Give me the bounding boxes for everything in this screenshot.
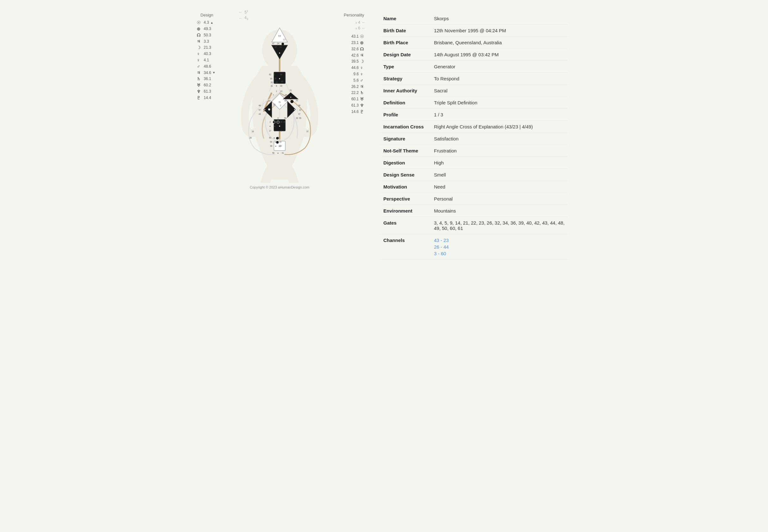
p-venus-icon: ♀ xyxy=(360,65,366,70)
label-environment: Environment xyxy=(381,205,431,217)
design-uranus-value: 60.2 xyxy=(204,83,211,87)
p-jupiter2-value: 26.2 xyxy=(351,84,359,89)
svg-text:16: 16 xyxy=(270,77,272,80)
svg-text:63: 63 xyxy=(283,39,286,41)
personality-planet-neptune: 61.3 ♆ xyxy=(351,103,366,108)
label-definition: Definition xyxy=(381,97,431,109)
design-planet-venus: ♀ 40.3 xyxy=(197,51,211,56)
arrow-right-top: ₂ 4 ← xyxy=(356,20,366,25)
value-birth-date: 12th November 1995 @ 04:24 PM xyxy=(431,25,567,37)
p-saturn-value: 22.2 xyxy=(351,90,359,95)
p-mars-icon: ♂ xyxy=(360,78,366,83)
sun-icon: ☉ xyxy=(197,20,202,25)
value-incarnation-cross: Right Angle Cross of Explanation (43/23 … xyxy=(431,121,567,133)
svg-text:21: 21 xyxy=(289,89,292,91)
svg-text:3: 3 xyxy=(269,121,271,123)
row-birth-place: Birth Place Brisbane, Queensland, Austra… xyxy=(381,37,567,49)
value-definition: Triple Split Definition xyxy=(431,97,567,109)
svg-text:7: 7 xyxy=(273,94,274,96)
neptune-design-icon: ♆ xyxy=(197,89,202,94)
svg-text:53: 53 xyxy=(269,137,271,139)
label-design-date: Design Date xyxy=(381,49,431,61)
p-earth-icon: ⊕ xyxy=(360,40,366,45)
value-signature: Satisfaction xyxy=(431,133,567,145)
svg-text:36: 36 xyxy=(298,104,300,107)
row-birth-date: Birth Date 12th November 1995 @ 04:24 PM xyxy=(381,25,567,37)
svg-text:2: 2 xyxy=(280,104,281,107)
design-earth-value: 49.3 xyxy=(204,27,211,31)
p-pluto-value: 14.6 xyxy=(351,109,359,114)
design-planet-moon: ☽ 21.3 xyxy=(197,45,211,50)
svg-text:●: ● xyxy=(275,141,276,143)
copyright-text: Copyright © 2023 aHumanDesign.com xyxy=(250,185,309,189)
svg-text:37: 37 xyxy=(298,113,300,115)
svg-text:58: 58 xyxy=(272,152,275,154)
personality-planet-venus: 44.6 ♀ xyxy=(351,65,366,70)
svg-point-22 xyxy=(282,43,284,45)
arrow-4-num: 4 xyxy=(358,20,360,25)
channels-list: 43 - 23 26 - 44 3 - 60 xyxy=(434,238,565,256)
svg-text:19: 19 xyxy=(279,141,282,143)
svg-text:47: 47 xyxy=(272,42,275,45)
label-signature: Signature xyxy=(381,133,431,145)
svg-text:10: 10 xyxy=(268,100,271,102)
p-moon-value: 39.5 xyxy=(351,59,359,64)
value-gates: 3, 4, 5, 9, 14, 21, 22, 23, 26, 32, 34, … xyxy=(431,217,567,234)
label-strategy: Strategy xyxy=(381,73,431,85)
label-design-sense: Design Sense xyxy=(381,169,431,181)
svg-text:11: 11 xyxy=(279,46,282,48)
design-jupiter-value: 3.3 xyxy=(204,39,209,44)
design-venus-value: 40.3 xyxy=(204,52,211,56)
row-design-date: Design Date 14th August 1995 @ 03:42 PM xyxy=(381,49,567,61)
triangle-up-icon: ▲ xyxy=(210,21,214,24)
label-channels: Channels xyxy=(381,234,431,260)
node-icon: ☊ xyxy=(197,33,202,38)
design-planet-node: ☊ 50.3 xyxy=(197,33,211,38)
info-panel: Name Skorps Birth Date 12th November 199… xyxy=(375,9,574,263)
row-motivation: Motivation Need xyxy=(381,181,567,193)
row-gates: Gates 3, 4, 5, 9, 14, 21, 22, 23, 26, 32… xyxy=(381,217,567,234)
design-planet-saturn: ♄ 36.1 xyxy=(197,76,211,81)
personality-planet-moon: 39.5 ☽ xyxy=(351,59,366,64)
design-saturn-value: 36.1 xyxy=(204,77,211,81)
arrow-6-num: 6 xyxy=(358,26,360,30)
svg-text:45: 45 xyxy=(281,80,283,83)
design-moon-value: 21.3 xyxy=(204,45,211,50)
arrow-right2-icon: ← xyxy=(362,26,366,30)
personality-label: Personality xyxy=(342,13,366,17)
svg-point-36 xyxy=(275,73,277,76)
design-planet-jupiter2: ♃ 34.6 ▼ xyxy=(197,70,215,75)
design-jupiter2-value: 34.6 xyxy=(204,71,211,75)
value-profile: 1 / 3 xyxy=(431,109,567,121)
svg-text:22: 22 xyxy=(299,109,301,111)
saturn-design-icon: ♄ xyxy=(197,76,202,81)
value-not-self: Frustration xyxy=(431,145,567,157)
row-design-sense: Design Sense Smell xyxy=(381,169,567,181)
design-sun-value: 4.3 xyxy=(204,20,209,25)
label-not-self: Not-Self Theme xyxy=(381,145,431,157)
p-uranus-value: 60.1 xyxy=(351,97,359,101)
p-mars-value: 5.6 xyxy=(353,78,359,83)
svg-text:●: ● xyxy=(290,96,291,98)
p-sun-icon: ☉ xyxy=(360,34,366,39)
p-node-icon: ☊ xyxy=(360,46,366,52)
p-pluto-icon: ♇ xyxy=(360,109,366,114)
svg-text:●: ● xyxy=(279,52,281,54)
p-jupiter-value: 42.6 xyxy=(351,53,359,58)
row-inner-authority: Inner Authority Sacral xyxy=(381,85,567,97)
svg-text:6: 6 xyxy=(277,117,279,119)
label-digestion: Digestion xyxy=(381,157,431,169)
design-planet-earth: ⊕ 49.3 xyxy=(197,26,211,31)
svg-text:30: 30 xyxy=(296,117,298,119)
personality-planet-uranus: 60.1 ♅ xyxy=(351,96,366,102)
svg-text:41: 41 xyxy=(282,152,284,154)
design-planet-sun: ☉ 4.3 ▲ xyxy=(197,20,214,25)
arrow-4-3: 43 xyxy=(245,15,248,21)
personality-column: Personality ₂ 4 ← ₂ 6 ← 43.1 ☉ xyxy=(340,9,368,119)
svg-point-92 xyxy=(276,137,279,139)
label-birth-date: Birth Date xyxy=(381,25,431,37)
design-planet-pluto: ♇ 14.4 xyxy=(197,95,211,100)
triangle-down-icon: ▼ xyxy=(212,71,215,74)
svg-text:57: 57 xyxy=(258,109,261,111)
design-pluto-value: 14.4 xyxy=(204,96,211,100)
